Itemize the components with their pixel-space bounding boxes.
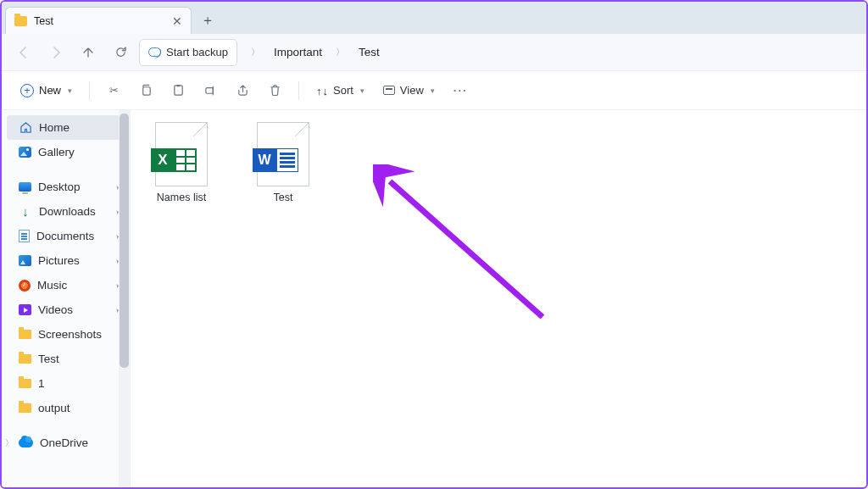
command-bar: + New ▾ ✂: [2, 71, 866, 110]
file-item[interactable]: XNames list: [141, 122, 222, 203]
sidebar-item-label: Test: [38, 353, 59, 365]
scrollbar-thumb[interactable]: [120, 114, 129, 368]
tab-title: Test: [34, 15, 53, 27]
delete-button[interactable]: [259, 77, 290, 104]
rename-button[interactable]: [195, 77, 225, 104]
separator: [89, 81, 90, 100]
cloud-sync-icon: [148, 47, 161, 57]
sidebar-item-pictures[interactable]: Pictures: [2, 248, 130, 273]
item-view[interactable]: XNames listWTest: [131, 110, 866, 487]
sidebar-item-documents[interactable]: Documents: [2, 224, 130, 248]
cut-icon: ✂: [107, 84, 120, 97]
sidebar-item-label: Documents: [36, 230, 94, 242]
arrow-up-icon: [81, 46, 95, 59]
svg-line-4: [390, 181, 542, 317]
arrow-left-icon: [17, 46, 31, 59]
sidebar-item-label: Desktop: [38, 181, 81, 193]
new-label: New: [39, 84, 61, 97]
chevron-down-icon: ▾: [68, 86, 72, 95]
tab-active[interactable]: Test ✕: [5, 7, 192, 34]
home-icon: [19, 121, 32, 135]
folder-icon: [19, 330, 31, 339]
sidebar-item-onedrive[interactable]: 〉 OneDrive: [2, 431, 130, 455]
sidebar-item-music[interactable]: Music: [2, 273, 130, 297]
sidebar-item-label: Gallery: [38, 146, 75, 158]
svg-rect-0: [142, 87, 149, 95]
copy-button[interactable]: [131, 77, 161, 104]
annotation-arrow-icon: [373, 164, 568, 334]
breadcrumb-item[interactable]: Important: [274, 46, 322, 58]
file-item[interactable]: WTest: [242, 122, 324, 203]
breadcrumb-item[interactable]: Test: [359, 46, 380, 58]
sidebar-item-1[interactable]: 1: [2, 371, 130, 396]
cut-button[interactable]: ✂: [98, 77, 129, 104]
scrollbar-track[interactable]: [119, 110, 130, 487]
downloads-icon: ↓: [19, 205, 32, 219]
up-button[interactable]: [75, 39, 102, 66]
excel-file-icon: X: [155, 122, 208, 186]
rename-icon: [203, 84, 217, 97]
file-explorer-window: Test ✕ ＋ Start backup 〉 Important 〉 Test: [0, 0, 868, 489]
share-button[interactable]: [227, 77, 258, 104]
svg-rect-2: [176, 85, 180, 86]
chevron-down-icon: ▾: [431, 86, 435, 95]
folder-icon: [19, 403, 31, 413]
separator: [298, 81, 299, 100]
refresh-button[interactable]: [107, 39, 134, 66]
sidebar-item-label: OneDrive: [40, 436, 88, 449]
chevron-right-icon[interactable]: 〉: [327, 46, 353, 58]
address-bar[interactable]: Start backup: [139, 39, 237, 66]
svg-rect-3: [205, 88, 212, 94]
new-button[interactable]: + New ▾: [12, 77, 81, 104]
sidebar-item-label: Videos: [38, 303, 73, 316]
sidebar-item-label: Downloads: [39, 205, 96, 218]
plus-circle-icon: +: [20, 84, 34, 97]
more-button[interactable]: ···: [445, 77, 476, 104]
view-icon: [383, 86, 395, 95]
arrow-right-icon: [49, 46, 63, 59]
view-button[interactable]: View ▾: [375, 77, 443, 104]
trash-icon: [268, 84, 281, 97]
new-tab-button[interactable]: ＋: [192, 7, 224, 34]
folder-icon: [14, 16, 27, 26]
sidebar-item-test[interactable]: Test: [2, 347, 130, 371]
chevron-right-icon[interactable]: 〉: [242, 46, 269, 58]
sidebar-item-desktop[interactable]: Desktop: [2, 175, 130, 199]
share-icon: [236, 84, 249, 97]
word-file-icon: W: [257, 122, 309, 186]
pics-icon: [19, 255, 31, 266]
sort-icon: [316, 85, 328, 97]
sidebar-item-label: Home: [39, 121, 70, 134]
file-label: Names list: [157, 192, 206, 203]
tab-bar: Test ✕ ＋: [2, 2, 866, 34]
sidebar-item-screenshots[interactable]: Screenshots: [2, 322, 130, 347]
view-label: View: [400, 84, 424, 97]
navigation-pane[interactable]: Home Gallery Desktop↓DownloadsDocumentsP…: [2, 110, 131, 487]
sort-button[interactable]: Sort ▾: [308, 77, 373, 104]
folder-icon: [19, 354, 31, 364]
paste-button[interactable]: [163, 77, 193, 104]
sort-label: Sort: [333, 84, 353, 97]
sidebar-item-label: 1: [38, 377, 45, 390]
music-icon: [19, 280, 31, 292]
copy-icon: [139, 84, 153, 97]
chevron-right-icon[interactable]: 〉: [5, 437, 14, 449]
close-tab-icon[interactable]: ✕: [172, 15, 182, 27]
start-backup-label[interactable]: Start backup: [166, 46, 228, 58]
onedrive-icon: [19, 438, 33, 447]
paste-icon: [171, 84, 185, 97]
sidebar-item-gallery[interactable]: Gallery: [2, 140, 130, 164]
sidebar-item-videos[interactable]: Videos: [2, 297, 130, 322]
refresh-icon: [114, 46, 127, 58]
sidebar-item-output[interactable]: output: [2, 396, 130, 420]
back-button[interactable]: [10, 39, 37, 66]
ellipsis-icon: ···: [453, 84, 468, 97]
docs-icon: [19, 230, 30, 242]
sidebar-item-downloads[interactable]: ↓Downloads: [2, 199, 130, 224]
sidebar-item-label: output: [38, 402, 70, 414]
forward-button[interactable]: [42, 39, 70, 66]
sidebar-item-home[interactable]: Home: [7, 115, 125, 140]
explorer-body: Home Gallery Desktop↓DownloadsDocumentsP…: [2, 110, 866, 487]
sidebar-item-label: Music: [37, 279, 67, 292]
file-label: Test: [274, 192, 293, 203]
